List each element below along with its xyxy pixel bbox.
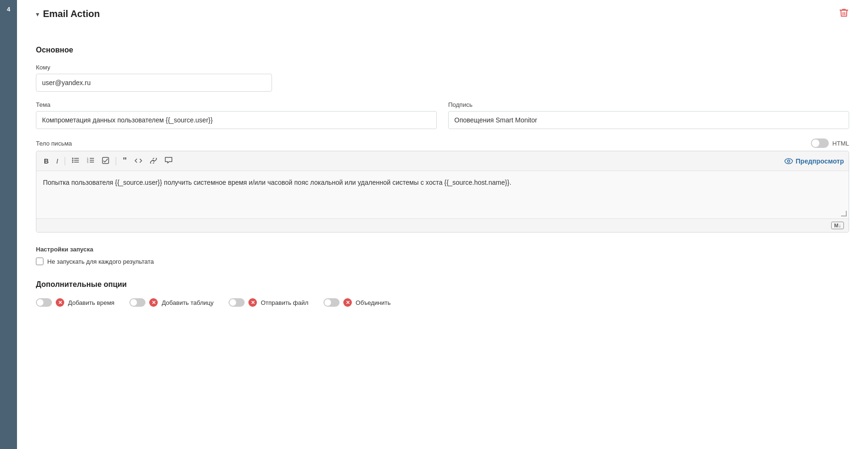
preview-icon <box>784 158 793 164</box>
code-button[interactable] <box>132 155 145 167</box>
header-left: ▾ Email Action <box>36 9 100 19</box>
link-icon <box>150 158 157 164</box>
launch-checkbox-row: Не запускать для каждого результата <box>36 258 849 265</box>
option-toggle-2[interactable] <box>229 298 245 307</box>
no-run-checkbox[interactable] <box>36 258 43 265</box>
comment-icon <box>165 157 172 164</box>
trash-icon <box>839 8 849 18</box>
html-toggle-row: HTML <box>811 138 849 148</box>
comment-button[interactable] <box>162 155 175 167</box>
subject-input[interactable] <box>36 111 437 129</box>
svg-rect-12 <box>102 157 109 164</box>
resize-handle[interactable] <box>841 211 847 216</box>
subject-field-group: Тема <box>36 101 437 129</box>
sidebar: 4 <box>0 0 17 449</box>
html-toggle[interactable] <box>811 138 829 148</box>
option-toggle-0[interactable] <box>36 298 52 307</box>
italic-button[interactable]: I <box>53 155 61 167</box>
svg-point-13 <box>785 158 792 164</box>
options-row: ✕ Добавить время ✕ Добавить таблицу ✕ От… <box>36 298 849 307</box>
option-x-0[interactable]: ✕ <box>56 298 64 307</box>
header: ▾ Email Action <box>36 0 849 32</box>
to-label: Кому <box>36 64 849 71</box>
svg-point-0 <box>72 158 74 159</box>
svg-point-2 <box>72 162 74 163</box>
additional-options-title: Дополнительные опции <box>36 280 849 289</box>
body-field-group: Тело письма HTML B I <box>36 138 849 233</box>
bullet-list-icon <box>72 157 79 164</box>
main-content: ▾ Email Action Основное Кому Тема <box>17 0 868 449</box>
sidebar-number: 4 <box>7 6 10 13</box>
svg-text:3.: 3. <box>87 161 89 164</box>
toolbar-separator-1 <box>65 157 65 165</box>
bold-button[interactable]: B <box>41 155 51 167</box>
collapse-icon[interactable]: ▾ <box>36 10 39 18</box>
subject-label: Тема <box>36 101 437 108</box>
additional-options-section: Дополнительные опции ✕ Добавить время ✕ … <box>36 280 849 307</box>
to-input[interactable] <box>36 74 272 92</box>
svg-point-1 <box>72 160 74 161</box>
body-label-row: Тело письма HTML <box>36 138 849 148</box>
subject-signature-row: Тема Подпись <box>36 101 849 138</box>
option-x-1[interactable]: ✕ <box>149 298 158 307</box>
code-icon <box>135 158 142 164</box>
signature-input[interactable] <box>448 111 849 129</box>
ordered-list-button[interactable]: 1. 2. 3. <box>84 155 97 167</box>
option-x-2[interactable]: ✕ <box>248 298 257 307</box>
signature-label: Подпись <box>448 101 849 108</box>
editor-content: Попытка пользователя {{_source.user}} по… <box>43 179 511 186</box>
option-item-3: ✕ Объединить <box>323 298 391 307</box>
option-label-0: Добавить время <box>68 299 114 306</box>
checkbox-button[interactable] <box>99 155 112 167</box>
editor-footer: M↓ <box>36 218 849 232</box>
page-title: Email Action <box>43 9 100 19</box>
option-x-3[interactable]: ✕ <box>343 298 352 307</box>
option-item-1: ✕ Добавить таблицу <box>129 298 213 307</box>
editor-body[interactable]: Попытка пользователя {{_source.user}} по… <box>36 171 849 218</box>
toggle-knob <box>812 139 819 147</box>
md-badge: M↓ <box>831 222 844 229</box>
bullet-list-button[interactable] <box>69 155 82 167</box>
editor-toolbar: B I <box>36 151 849 171</box>
preview-button[interactable]: Предпросмотр <box>784 157 844 165</box>
link-button[interactable] <box>147 155 160 167</box>
to-field-group: Кому <box>36 64 849 92</box>
option-item-2: ✕ Отправить файл <box>229 298 308 307</box>
option-item-0: ✕ Добавить время <box>36 298 114 307</box>
body-label: Тело письма <box>36 140 72 147</box>
no-run-label: Не запускать для каждого результата <box>47 258 154 265</box>
signature-field-group: Подпись <box>448 101 849 129</box>
option-toggle-1[interactable] <box>129 298 145 307</box>
quote-button[interactable]: " <box>120 154 130 168</box>
html-label: HTML <box>833 140 849 147</box>
preview-label: Предпросмотр <box>796 157 844 165</box>
launch-settings-section: Настройки запуска Не запускать для каждо… <box>36 246 849 265</box>
option-toggle-3[interactable] <box>323 298 340 307</box>
basic-section-title: Основное <box>36 46 849 54</box>
option-label-2: Отправить файл <box>261 299 308 306</box>
launch-title: Настройки запуска <box>36 246 849 253</box>
ordered-list-icon: 1. 2. 3. <box>87 157 94 164</box>
toolbar-separator-2 <box>116 157 116 165</box>
option-label-1: Добавить таблицу <box>162 299 213 306</box>
editor-wrapper: B I <box>36 151 849 233</box>
svg-point-14 <box>787 160 790 162</box>
option-label-3: Объединить <box>356 299 391 306</box>
checkbox-icon <box>102 157 109 164</box>
delete-button[interactable] <box>839 8 849 20</box>
